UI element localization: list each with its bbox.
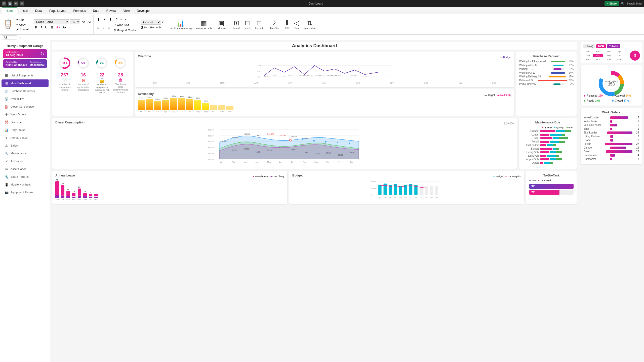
indent-increase-button[interactable]: ⇥ bbox=[124, 18, 126, 21]
insert-button[interactable]: ⊞ Insert bbox=[232, 18, 241, 31]
conditional-formatting-button[interactable]: 📊 Conditional Formatting bbox=[167, 18, 193, 31]
tab-review[interactable]: Review bbox=[103, 7, 120, 14]
ttalk-badge[interactable]: T-TALK bbox=[607, 44, 620, 48]
search-label[interactable]: Search Sheet bbox=[627, 2, 642, 5]
sidebar-item-spare-parts[interactable]: 🔩 Spare Parts list bbox=[2, 173, 49, 180]
decrease-font-button[interactable]: A↓ bbox=[87, 19, 92, 24]
sidebar-item-overtime[interactable]: ⏰ Overtime bbox=[2, 118, 49, 126]
pr-bar-bg-1 bbox=[553, 65, 565, 66]
borders-button[interactable]: ⊞ bbox=[51, 26, 53, 29]
avail-bar-sep: 85% Sep bbox=[202, 100, 209, 113]
autosum-button[interactable]: Σ AutoSum bbox=[268, 18, 281, 31]
indent-decrease-button[interactable]: ⇤ bbox=[120, 18, 123, 21]
sidebar-item-availability[interactable]: 📡 Availability bbox=[2, 95, 49, 103]
italic-button[interactable]: I bbox=[40, 25, 43, 30]
pr-row-2: Waiting TE 7 8% bbox=[519, 68, 574, 70]
tab-home[interactable]: Home bbox=[2, 7, 17, 14]
number-format-select[interactable]: General bbox=[141, 20, 161, 25]
diesel-card: Diesel Consumption 1,10,000 6,00,000 5,0… bbox=[52, 118, 517, 169]
percent-button[interactable]: % bbox=[144, 26, 147, 29]
align-top-button[interactable]: ⬆ bbox=[96, 17, 101, 22]
stat-desc-inactive: Number of equipments inactive or not in … bbox=[94, 83, 109, 94]
tab-insert[interactable]: Insert bbox=[17, 7, 32, 14]
tab-draw[interactable]: Draw bbox=[32, 7, 46, 14]
tab-formulas[interactable]: Formulas bbox=[70, 7, 89, 14]
wo-list-num-3: 1 bbox=[634, 127, 639, 130]
delete-button[interactable]: ⊟ Delete bbox=[242, 18, 253, 31]
align-middle-button[interactable]: ≡ bbox=[102, 17, 107, 22]
sidebar-item-purchase-req[interactable]: 🛒 Purchase Requests bbox=[2, 87, 49, 95]
search-icon[interactable]: 🔍 bbox=[621, 2, 625, 5]
maint-q1-6 bbox=[540, 151, 549, 153]
tab-data[interactable]: Data bbox=[89, 7, 103, 14]
tab-view[interactable]: View bbox=[120, 7, 133, 14]
svg-text:80%: 80% bbox=[62, 62, 67, 65]
font-name-select[interactable]: Calibri (Body) bbox=[34, 19, 69, 24]
circle-svg-running: 80% bbox=[58, 57, 71, 70]
sidebar-item-asset-codes[interactable]: 🏷 Asset Codes bbox=[2, 165, 49, 173]
sidebar-item-equip-photos[interactable]: 📷 Equipment Photos bbox=[2, 189, 49, 196]
format-button[interactable]: ⊡ Format bbox=[254, 18, 265, 31]
cut-label: Cut bbox=[19, 18, 24, 21]
stat-icon-inactive: 🔒 bbox=[94, 78, 109, 83]
decimal-increase-button[interactable]: .0→ bbox=[149, 26, 154, 29]
cal-apr: Apr bbox=[614, 50, 624, 53]
underline-button[interactable]: U bbox=[44, 25, 49, 30]
sidebar-item-maintenance[interactable]: 🔧 Maintenance bbox=[2, 150, 49, 157]
pr-bar-0 bbox=[551, 61, 565, 62]
blank-badge[interactable]: (blank) bbox=[583, 44, 595, 48]
svg-text:Mar: Mar bbox=[244, 161, 247, 163]
sidebar-item-annual-leave[interactable]: ✈ Annual Leave bbox=[2, 134, 49, 142]
cell-reference-input[interactable] bbox=[2, 35, 17, 39]
paste-button[interactable]: 📋 Paste bbox=[3, 18, 14, 31]
main-layout: Heavy Equipment Garage Last Update : 13 … bbox=[0, 40, 644, 362]
align-center-button[interactable]: ≡ bbox=[101, 25, 106, 30]
sidebar-item-work-orders[interactable]: ⚙ Work Orders bbox=[2, 111, 49, 118]
tab-developer[interactable]: Developer bbox=[133, 7, 154, 14]
annual-bar-jul: 7 Jul bbox=[89, 191, 92, 200]
align-bottom-button[interactable]: ⬇ bbox=[108, 17, 113, 22]
comma-button[interactable]: , bbox=[148, 26, 148, 29]
cal-aug-highlight: Aug bbox=[593, 54, 603, 57]
currency-button[interactable]: $ bbox=[141, 25, 143, 29]
cell-styles-button[interactable]: ▣ Cell Styles bbox=[214, 18, 228, 31]
orientation-button[interactable]: ⟳ bbox=[116, 18, 118, 21]
formula-input[interactable] bbox=[22, 36, 642, 39]
increase-font-button[interactable]: A↑ bbox=[81, 19, 86, 24]
undo-icon[interactable]: ↩ bbox=[14, 2, 18, 6]
sidebar-item-todo-list[interactable]: ✓ To-Do-List bbox=[2, 157, 49, 165]
fill-color-button[interactable]: A▾ bbox=[56, 26, 60, 29]
bold-button[interactable]: B bbox=[34, 25, 39, 30]
sidebar-item-mobile-nums[interactable]: 📱 Mobile Numbers bbox=[2, 181, 49, 188]
tab-page-layout[interactable]: Page Layout bbox=[46, 7, 70, 14]
refresh-icon[interactable]: ↻ bbox=[40, 51, 45, 57]
clear-button[interactable]: ◁ Clear bbox=[292, 18, 301, 31]
font-color-button[interactable]: A▾ bbox=[63, 26, 66, 29]
sidebar-item-diesel[interactable]: ⛽ Diesel Consumption bbox=[2, 103, 49, 110]
sidebar-item-main-dashboard[interactable]: ⊞ Main Dashboard bbox=[2, 79, 49, 87]
ncr-badge[interactable]: NCR bbox=[596, 44, 606, 48]
merge-center-button[interactable]: ⊟ Merge & Center bbox=[112, 28, 137, 32]
maint-row-1: Loader bbox=[522, 133, 574, 136]
align-left-button[interactable]: ≡ bbox=[96, 25, 100, 30]
wrap-text-button[interactable]: ⇌ Wrap Text bbox=[112, 23, 137, 27]
svg-text:Aug: Aug bbox=[414, 197, 417, 198]
font-size-select[interactable]: 12 bbox=[70, 19, 80, 24]
format-painter-button[interactable]: 🖌 Format bbox=[15, 27, 30, 31]
decimal-decrease-button[interactable]: ←.0 bbox=[155, 26, 160, 29]
sidebar-item-list-equip[interactable]: ☰ List of Equipments bbox=[2, 72, 49, 79]
sidebar-item-safety[interactable]: ⚠ Safety bbox=[2, 142, 49, 149]
fill-button[interactable]: ⬇ Fill bbox=[283, 18, 291, 31]
sidebar-item-daily-status[interactable]: 📊 Daily Status bbox=[2, 126, 49, 134]
share-button[interactable]: + Share bbox=[605, 1, 619, 6]
font-group: Calibri (Body) 12 A↑ A↓ B I U ⊞ A▾ A▾ bbox=[32, 15, 94, 34]
redo-icon[interactable]: ↪ bbox=[20, 2, 24, 6]
cut-button[interactable]: ✂ Cut bbox=[15, 18, 30, 22]
save-icon[interactable]: 💾 bbox=[8, 2, 12, 6]
align-right-button[interactable]: ≡ bbox=[107, 25, 111, 30]
format-as-table-button[interactable]: ▦ Format as Table bbox=[194, 18, 213, 31]
sort-filter-button[interactable]: ⇅ Sort & Filter bbox=[302, 18, 317, 31]
sidebar-icon-purchase-req: 🛒 bbox=[5, 89, 9, 93]
cal-grid: Jan Feb Mar Apr May Aug Sep Oct June Nov… bbox=[583, 50, 624, 61]
copy-button[interactable]: ⧉ Copy bbox=[15, 22, 30, 27]
